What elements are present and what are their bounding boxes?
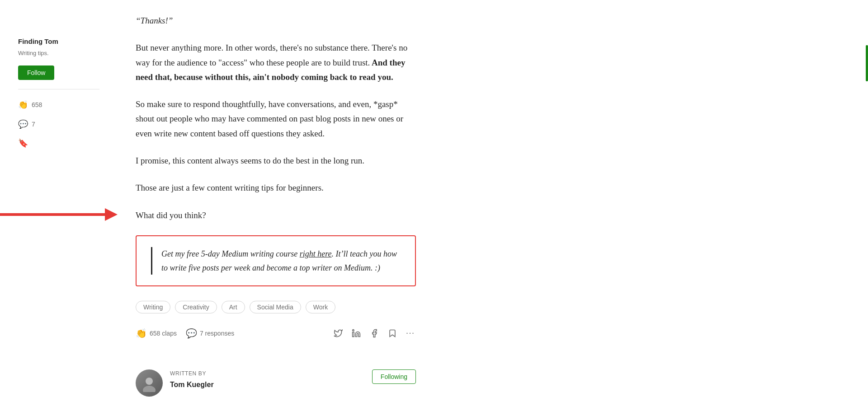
response-count-label: 7 responses [200,328,234,338]
main-content: “Thanks!” But never anything more. In ot… [118,0,452,397]
comment-icon: 💬 [18,118,28,131]
paragraph-4: Those are just a few content writing tip… [136,181,416,195]
publication-desc: Writing tips. [18,49,99,58]
callout-inner: Get my free 5-day Medium writing course … [151,247,401,275]
sidebar-divider [18,89,99,89]
facebook-icon[interactable] [369,328,380,339]
bookmark-bar-icon[interactable] [387,328,398,339]
following-button[interactable]: Following [372,369,416,384]
svg-rect-0 [353,332,354,337]
actions-bar: 👏 658 claps 💬 7 responses [136,326,416,348]
callout-text-before: Get my free 5-day Medium writing course [161,249,300,258]
actions-right: ··· [333,328,416,339]
callout-link[interactable]: right here [300,249,332,258]
author-section: Written by Tom Kuegler Following [136,362,416,397]
more-options-icon[interactable]: ··· [405,328,416,339]
tag-art[interactable]: Art [222,301,245,313]
opening-quote: “Thanks!” [136,14,416,28]
author-info: Written by Tom Kuegler [170,369,365,391]
callout-text: Get my free 5-day Medium writing course … [161,247,401,275]
svg-point-1 [353,330,354,331]
response-action-bar[interactable]: 💬 7 responses [186,326,234,341]
svg-point-2 [146,378,153,385]
clap-icon-bar: 👏 [136,326,147,341]
follow-button[interactable]: Follow [18,65,54,80]
paragraph-5: What did you think? [136,208,416,223]
paragraph-1: But never anything more. In other words,… [136,41,416,84]
tag-writing[interactable]: Writing [136,301,170,313]
paragraph-1-text: But never anything more. In other words,… [136,43,407,67]
bookmark-icon: 🔖 [18,137,28,150]
clap-action-bar[interactable]: 👏 658 claps [136,326,177,341]
twitter-icon[interactable] [333,328,344,339]
callout-box: Get my free 5-day Medium writing course … [136,235,416,286]
quote-text: “Thanks!” [136,16,173,25]
red-arrow-annotation [0,209,118,220]
sidebar-comment-count: 7 [32,119,35,129]
arrow-head [105,208,118,221]
bookmark-action[interactable]: 🔖 [18,137,99,150]
author-name: Tom Kuegler [170,379,365,391]
tag-social-media[interactable]: Social Media [250,301,301,313]
tags-row: Writing Creativity Art Social Media Work [136,301,416,313]
tag-work[interactable]: Work [306,301,335,313]
linkedin-icon[interactable] [351,328,362,339]
sidebar-actions: 👏 658 💬 7 🔖 [18,98,99,150]
comment-action[interactable]: 💬 7 [18,118,99,131]
clap-count-label: 658 claps [150,328,177,338]
svg-point-3 [143,386,156,392]
paragraph-2: So make sure to respond thoughtfully, ha… [136,97,416,141]
scrollbar-accent [866,45,868,81]
sidebar: Finding Tom Writing tips. Follow 👏 658 💬… [0,0,118,397]
written-by-label: Written by [170,369,365,378]
tag-creativity[interactable]: Creativity [175,301,217,313]
clap-action[interactable]: 👏 658 [18,98,99,112]
clap-icon: 👏 [18,98,28,112]
publication-name: Finding Tom [18,36,99,47]
arrow-line [0,213,105,216]
author-avatar [136,369,163,397]
author-avatar-image [136,369,163,397]
sidebar-clap-count: 658 [32,100,42,110]
actions-left: 👏 658 claps 💬 7 responses [136,326,234,341]
comment-icon-bar: 💬 [186,326,197,341]
red-arrow [0,209,118,220]
paragraph-3: I promise, this content always seems to … [136,154,416,168]
